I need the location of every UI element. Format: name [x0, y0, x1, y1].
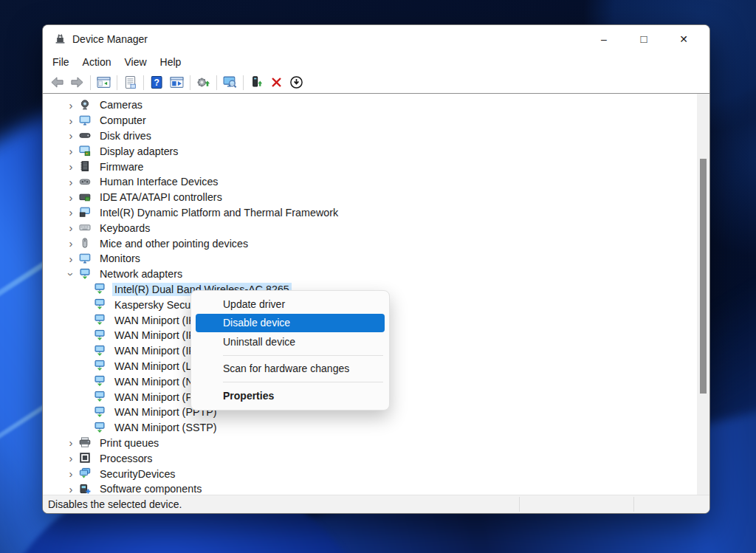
uninstall-icon	[269, 75, 284, 89]
tree-item-label: Print queues	[97, 436, 161, 450]
chevron-icon[interactable]: ›	[63, 268, 79, 281]
forward-icon	[70, 75, 84, 89]
keyboard-icon	[79, 221, 92, 234]
tree-item[interactable]: › Print queues	[43, 436, 697, 451]
tree-item-label: Computer	[97, 114, 148, 127]
show-window-icon	[170, 75, 184, 89]
properties-button[interactable]	[120, 73, 140, 92]
tree-item-label: Keyboards	[97, 221, 152, 235]
chevron-icon[interactable]: ›	[63, 114, 79, 127]
chevron-icon[interactable]: ›	[63, 436, 79, 449]
network-icon	[94, 375, 106, 388]
tree-item[interactable]: › Disk drives	[43, 128, 697, 144]
tree-item[interactable]: › Software components	[43, 481, 697, 495]
tree-item[interactable]: › Network adapters	[43, 267, 697, 282]
hid-icon	[79, 176, 92, 188]
tree-item[interactable]: › Monitors	[43, 251, 697, 267]
tree-item[interactable]: › Processors	[43, 450, 697, 466]
tree-item-label: WAN Miniport (IP	[112, 329, 198, 342]
context-menu: Update driver Disable device Uninstall d…	[190, 290, 390, 411]
context-menu-item-disable-device[interactable]: Disable device	[196, 314, 385, 333]
tree-item[interactable]: › Cameras	[43, 97, 697, 113]
firmware-icon	[79, 160, 92, 173]
update-driver-icon	[196, 75, 210, 89]
show-window-button[interactable]	[167, 73, 187, 92]
device-manager-window: Device Manager – □ ✕ FileActionViewHelp …	[42, 24, 710, 514]
title-bar[interactable]: Device Manager – □ ✕	[43, 25, 709, 52]
menubar-item-action[interactable]: Action	[76, 54, 118, 70]
maximize-button[interactable]: □	[624, 25, 664, 52]
network-icon	[94, 406, 106, 419]
context-menu-item-label: Update driver	[223, 298, 285, 310]
toolbar-separator	[117, 75, 117, 90]
menubar-item-help[interactable]: Help	[154, 54, 188, 70]
uninstall-button[interactable]	[267, 73, 286, 92]
menubar-item-view[interactable]: View	[117, 54, 153, 70]
scan-hardware-button[interactable]	[220, 73, 240, 92]
chevron-icon[interactable]: ›	[63, 160, 79, 173]
chevron-icon[interactable]: ›	[63, 237, 79, 250]
tree-item-label: Processors	[97, 452, 155, 465]
chevron-icon[interactable]: ›	[63, 206, 79, 219]
help-button[interactable]: ?	[147, 73, 167, 92]
tree-item[interactable]: › IDE ATA/ATAPI controllers	[43, 190, 697, 205]
toolbar-separator	[243, 75, 244, 90]
tree-item[interactable]: › Computer	[43, 113, 697, 128]
hdd-icon	[79, 129, 92, 142]
back-button[interactable]	[47, 73, 67, 92]
status-bar-divider	[519, 497, 520, 512]
network-icon	[94, 391, 106, 403]
chevron-icon[interactable]: ›	[63, 145, 79, 157]
context-menu-item-scan-for-hardware-changes[interactable]: Scan for hardware changes	[196, 360, 385, 379]
network-icon	[79, 268, 92, 281]
chevron-icon[interactable]: ›	[63, 253, 79, 265]
chevron-icon[interactable]: ›	[63, 452, 79, 464]
chevron-icon[interactable]: ›	[63, 221, 79, 234]
menubar-item-file[interactable]: File	[46, 54, 76, 70]
chevron-icon[interactable]: ›	[63, 467, 79, 480]
network-icon	[94, 283, 106, 295]
context-menu-item-label: Uninstall device	[223, 336, 295, 348]
tree-item-label: Network adapters	[97, 267, 185, 281]
tree-item[interactable]: › Display adapters	[43, 143, 697, 159]
network-icon	[94, 360, 106, 372]
disable-button[interactable]	[286, 73, 306, 92]
context-menu-item-properties[interactable]: Properties	[196, 386, 385, 405]
scan-hardware-icon	[223, 75, 237, 89]
context-menu-separator	[223, 382, 383, 382]
chevron-icon[interactable]: ›	[63, 191, 79, 204]
update-driver-button[interactable]	[193, 73, 213, 92]
context-menu-item-update-driver[interactable]: Update driver	[196, 295, 385, 314]
status-text: Disables the selected device.	[48, 498, 182, 510]
toolbar-separator	[190, 75, 190, 90]
context-menu-item-uninstall-device[interactable]: Uninstall device	[196, 332, 385, 351]
menu-bar: FileActionViewHelp	[43, 52, 709, 72]
tree-item-label: WAN Miniport (IK	[112, 314, 198, 327]
status-bar: Disables the selected device.	[43, 495, 709, 513]
tree-item-label: Display adapters	[97, 145, 181, 158]
tree-item[interactable]: › SecurityDevices	[43, 466, 697, 481]
console-window-button[interactable]	[94, 73, 114, 92]
monitor-icon	[79, 253, 92, 265]
tree-item[interactable]: › Mice and other pointing devices	[43, 236, 697, 251]
vertical-scrollbar[interactable]	[697, 94, 709, 495]
tree-item-label: WAN Miniport (P	[112, 391, 195, 404]
scrollbar-thumb[interactable]	[700, 159, 707, 394]
dptf-icon	[79, 206, 92, 219]
chevron-icon[interactable]: ›	[63, 483, 79, 495]
chevron-icon[interactable]: ›	[63, 99, 79, 111]
device-manager-icon	[54, 32, 66, 45]
tree-item[interactable]: › Human Interface Devices	[43, 174, 697, 190]
forward-button[interactable]	[67, 73, 87, 92]
close-button[interactable]: ✕	[664, 25, 704, 52]
status-bar-divider	[633, 497, 634, 512]
minimize-button[interactable]: –	[584, 25, 624, 52]
chevron-icon[interactable]: ›	[63, 176, 79, 188]
chevron-icon[interactable]: ›	[63, 129, 79, 142]
tree-item[interactable]: › Firmware	[43, 159, 697, 174]
tree-item[interactable]: › Keyboards	[43, 220, 697, 236]
tree-item[interactable]: › Intel(R) Dynamic Platform and Thermal …	[43, 205, 697, 221]
update-device-button[interactable]	[247, 73, 267, 92]
tree-item[interactable]: WAN Miniport (SSTP)	[43, 420, 697, 436]
security-icon	[79, 467, 92, 480]
